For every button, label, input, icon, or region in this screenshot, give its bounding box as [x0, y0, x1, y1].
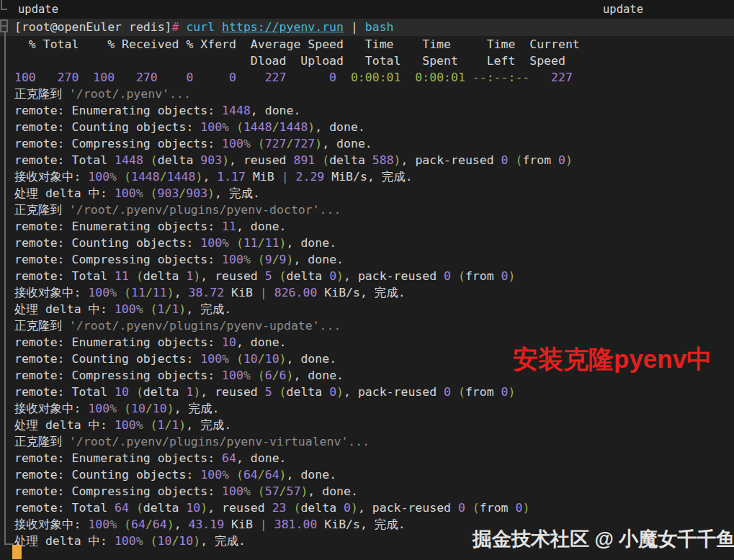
text-segment: / — [146, 402, 153, 415]
text-segment: ) — [167, 518, 174, 531]
text-segment: remote: Counting objects: — [14, 120, 200, 134]
text-segment: % — [136, 186, 143, 200]
text-segment: 100 — [222, 369, 243, 382]
text-segment — [229, 352, 236, 366]
text-segment: ( — [279, 269, 287, 283]
text-segment: ( — [151, 153, 158, 167]
text-segment: '/root/.pyenv/plugins/pyenv-virtualenv'.… — [69, 435, 370, 448]
text-segment — [117, 402, 124, 415]
text-segment: ) — [200, 501, 207, 515]
text-segment: 1.17 — [217, 170, 246, 184]
text-segment: remote: Counting objects: — [14, 236, 200, 250]
text-segment: / — [164, 418, 171, 432]
text-segment: 2.29 — [296, 170, 325, 184]
text-segment: ( — [258, 137, 265, 150]
command-prompt-row[interactable]: [root@openEuler redis]# curl https://pye… — [0, 19, 734, 36]
text-segment: | — [344, 20, 365, 34]
text-segment: , 完成. — [186, 302, 231, 316]
block-corner-top-hook-icon — [1, 9, 7, 10]
text-segment — [465, 71, 473, 84]
text-segment: , reused — [207, 501, 272, 515]
terminal-window: update update [root@openEuler redis]# cu… — [0, 0, 734, 560]
text-segment: remote: Counting objects: — [14, 468, 200, 482]
text-segment: ( — [151, 302, 158, 316]
text-segment: ( — [136, 501, 143, 515]
text-segment: ) — [167, 402, 174, 415]
text-segment: ) — [279, 468, 287, 482]
text-segment: ( — [124, 518, 131, 531]
text-segment — [465, 501, 473, 515]
text-segment: 10 — [158, 534, 172, 548]
text-segment: ( — [151, 186, 158, 200]
text-segment: 0 — [329, 269, 336, 283]
text-segment: 381.00 — [274, 518, 318, 531]
text-segment: # — [172, 20, 179, 34]
terminal-line: 正克隆到 '/root/.pyenv/plugins/pyenv-virtual… — [14, 433, 734, 450]
text-segment: , done. — [236, 451, 287, 465]
text-segment: 11 — [153, 286, 167, 299]
text-segment: ( — [136, 269, 143, 283]
window-title-right: update — [603, 0, 643, 19]
text-segment: ( — [458, 269, 465, 283]
text-segment: MiB/s, 完成. — [324, 170, 412, 184]
text-segment: , done. — [236, 335, 287, 349]
pyenv-url-link[interactable]: https://pyenv.run — [222, 20, 344, 34]
text-segment: KiB/s, 完成. — [317, 518, 405, 531]
text-segment: 9 — [265, 253, 272, 266]
text-segment: ( — [279, 385, 287, 399]
text-segment: ( — [515, 153, 522, 167]
text-segment: from — [522, 153, 558, 167]
terminal-line: remote: Total 10 (delta 1), reused 5 (de… — [14, 384, 734, 400]
text-segment — [267, 518, 274, 531]
text-segment: 588 — [372, 153, 394, 167]
text-segment: , 完成. — [200, 534, 246, 548]
terminal-line: remote: Enumerating objects: 64, done. — [14, 450, 734, 466]
text-segment: ( — [473, 501, 480, 515]
text-segment: 1448 — [279, 120, 308, 134]
text-segment: 10 — [153, 402, 167, 415]
text-segment: 57 — [287, 484, 301, 498]
text-segment: 11 — [222, 220, 236, 233]
text-segment: 1448 — [167, 170, 196, 184]
text-segment: / — [146, 518, 153, 531]
text-segment: % — [136, 302, 143, 316]
text-segment: 1 — [186, 385, 193, 399]
text-segment: / — [258, 352, 265, 366]
text-segment: 727 — [293, 137, 315, 150]
text-segment: 处理 delta 中: — [14, 186, 115, 200]
text-segment: ) — [509, 385, 516, 399]
text-segment: % — [222, 468, 229, 482]
text-segment — [143, 534, 151, 548]
text-segment: 1 — [171, 302, 179, 316]
text-segment: % — [109, 402, 117, 415]
text-segment: delta — [143, 501, 187, 515]
text-segment: ( — [124, 402, 131, 415]
text-segment: 11 — [131, 286, 146, 299]
text-segment: % — [222, 236, 229, 250]
text-segment: remote: Total — [14, 385, 115, 399]
text-segment: 100 — [200, 468, 222, 482]
text-segment: ) — [509, 269, 516, 283]
text-segment — [143, 302, 151, 316]
text-segment: 100 — [222, 137, 243, 150]
text-segment: , 完成. — [186, 418, 231, 432]
text-segment: 100 — [88, 402, 109, 415]
terminal-line: 正克隆到 '/root/.pyenv'... — [14, 86, 734, 102]
text-segment: , pack-reused — [401, 153, 501, 167]
terminal-output[interactable]: % Total % Received % Xferd Average Speed… — [0, 36, 734, 549]
text-segment: ) — [179, 418, 186, 432]
text-segment — [117, 170, 124, 184]
text-segment: 891 — [293, 153, 315, 167]
text-segment: 正克隆到 — [14, 87, 69, 101]
text-segment: MiB — [246, 170, 282, 184]
text-segment: % — [109, 286, 117, 299]
text-segment: 0 — [444, 269, 451, 283]
text-segment: ) — [207, 186, 215, 200]
text-segment — [143, 153, 151, 167]
text-segment: '/root/.pyenv'... — [69, 87, 191, 101]
text-segment: 1 — [158, 418, 165, 432]
text-segment — [336, 71, 351, 84]
text-segment: KiB — [224, 286, 260, 299]
text-segment: 64 — [265, 468, 279, 482]
window-title-left: update — [18, 0, 58, 19]
